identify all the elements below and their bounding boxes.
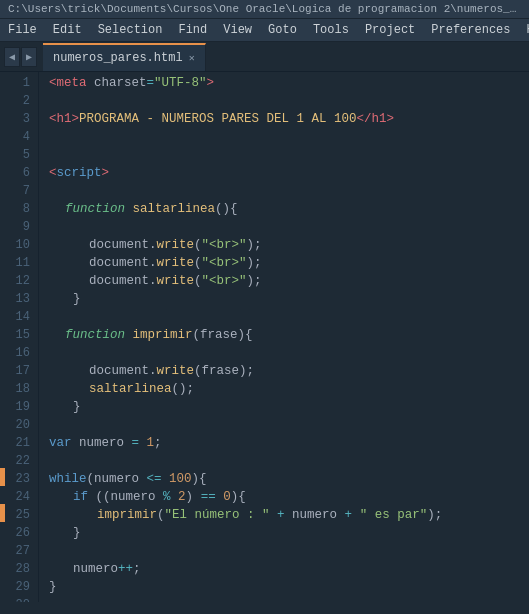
menu-selection[interactable]: Selection xyxy=(90,21,171,39)
code-line-16 xyxy=(49,344,529,362)
code-line-18: saltarlinea(); xyxy=(49,380,529,398)
code-line-17: document.write(frase); xyxy=(49,362,529,380)
menu-preferences[interactable]: Preferences xyxy=(423,21,518,39)
menu-file[interactable]: File xyxy=(0,21,45,39)
ln-19: 19 xyxy=(9,398,30,416)
ln-27: 27 xyxy=(9,542,30,560)
ln-4: 4 xyxy=(9,128,30,146)
code-area[interactable]: <meta charset="UTF-8"> <h1>PROGRAMA - NU… xyxy=(39,72,529,602)
code-line-23: while(numero <= 100){ xyxy=(49,470,529,488)
ln-28: 28 xyxy=(9,560,30,578)
menu-find[interactable]: Find xyxy=(170,21,215,39)
code-line-5 xyxy=(49,146,529,164)
ln-23: 23 xyxy=(9,470,30,488)
code-line-15: function imprimir(frase){ xyxy=(49,326,529,344)
tab-file[interactable]: numeros_pares.html ✕ xyxy=(43,43,206,71)
menu-goto[interactable]: Goto xyxy=(260,21,305,39)
ln-15: 15 xyxy=(9,326,30,344)
ln-8: 8 xyxy=(9,200,30,218)
code-line-21: var numero = 1; xyxy=(49,434,529,452)
ln-22: 22 xyxy=(9,452,30,470)
code-line-22 xyxy=(49,452,529,470)
tab-bar: ◀ ▶ numeros_pares.html ✕ xyxy=(0,42,529,72)
ln-29: 29 xyxy=(9,578,30,596)
tab-close-icon[interactable]: ✕ xyxy=(189,52,195,64)
code-line-29: } xyxy=(49,578,529,596)
ln-5: 5 xyxy=(9,146,30,164)
title-path: C:\Users\trick\Documents\Cursos\One Orac… xyxy=(8,3,529,15)
nav-next[interactable]: ▶ xyxy=(21,47,37,67)
code-line-26: } xyxy=(49,524,529,542)
menu-bar: File Edit Selection Find View Goto Tools… xyxy=(0,19,529,42)
code-line-12: document.write("<br>"); xyxy=(49,272,529,290)
code-line-28: numero++; xyxy=(49,560,529,578)
ln-1: 1 xyxy=(9,74,30,92)
code-line-2 xyxy=(49,92,529,110)
code-line-25: imprimir("El número : " + numero + " es … xyxy=(49,506,529,524)
code-line-7 xyxy=(49,182,529,200)
code-line-13: } xyxy=(49,290,529,308)
ln-2: 2 xyxy=(9,92,30,110)
ln-6: 6 xyxy=(9,164,30,182)
code-line-6: <script> xyxy=(49,164,529,182)
code-line-11: document.write("<br>"); xyxy=(49,254,529,272)
code-line-9 xyxy=(49,218,529,236)
code-line-14 xyxy=(49,308,529,326)
code-line-8: function saltarlinea(){ xyxy=(49,200,529,218)
menu-project[interactable]: Project xyxy=(357,21,423,39)
ln-20: 20 xyxy=(9,416,30,434)
ln-25: 25 xyxy=(9,506,30,524)
ln-7: 7 xyxy=(9,182,30,200)
nav-prev[interactable]: ◀ xyxy=(4,47,20,67)
menu-view[interactable]: View xyxy=(215,21,260,39)
ln-3: 3 xyxy=(9,110,30,128)
line-numbers: 1 2 3 4 5 6 7 8 9 10 11 12 13 14 15 16 1… xyxy=(5,72,39,602)
menu-edit[interactable]: Edit xyxy=(45,21,90,39)
ln-24: 24 xyxy=(9,488,30,506)
code-line-27 xyxy=(49,542,529,560)
ln-9: 9 xyxy=(9,218,30,236)
menu-help[interactable]: Help xyxy=(519,21,529,39)
tab-label: numeros_pares.html xyxy=(53,51,183,65)
code-line-10: document.write("<br>"); xyxy=(49,236,529,254)
code-line-30 xyxy=(49,596,529,602)
ln-16: 16 xyxy=(9,344,30,362)
ln-18: 18 xyxy=(9,380,30,398)
code-line-19: } xyxy=(49,398,529,416)
ln-21: 21 xyxy=(9,434,30,452)
editor: 1 2 3 4 5 6 7 8 9 10 11 12 13 14 15 16 1… xyxy=(0,72,529,602)
code-line-4 xyxy=(49,128,529,146)
nav-arrows: ◀ ▶ xyxy=(4,47,37,67)
ln-14: 14 xyxy=(9,308,30,326)
code-line-3: <h1>PROGRAMA - NUMEROS PARES DEL 1 AL 10… xyxy=(49,110,529,128)
ln-13: 13 xyxy=(9,290,30,308)
ln-17: 17 xyxy=(9,362,30,380)
menu-tools[interactable]: Tools xyxy=(305,21,357,39)
ln-10: 10 xyxy=(9,236,30,254)
code-line-24: if ((numero % 2) == 0){ xyxy=(49,488,529,506)
code-line-1: <meta charset="UTF-8"> xyxy=(49,74,529,92)
ln-11: 11 xyxy=(9,254,30,272)
code-line-20 xyxy=(49,416,529,434)
tag-open-1: < xyxy=(49,74,57,92)
ln-30: 30 xyxy=(9,596,30,602)
ln-12: 12 xyxy=(9,272,30,290)
title-bar: C:\Users\trick\Documents\Cursos\One Orac… xyxy=(0,0,529,19)
ln-26: 26 xyxy=(9,524,30,542)
